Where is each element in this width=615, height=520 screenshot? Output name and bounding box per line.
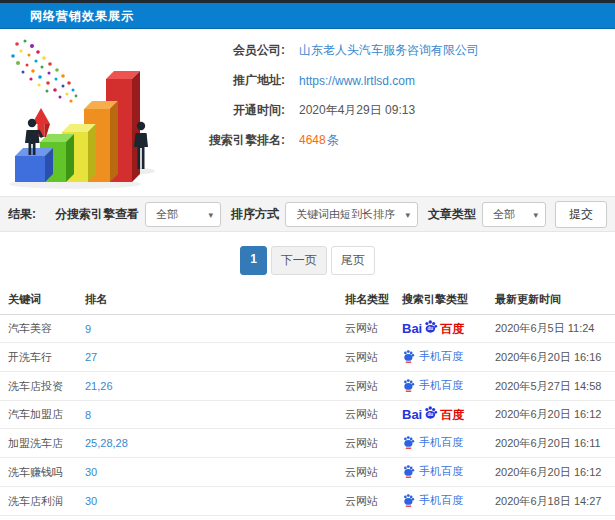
info-row-opened: 开通时间: 2020年4月29日 09:13 xyxy=(185,102,479,119)
cell-rank-type: 云网站 xyxy=(345,401,402,429)
baidu-pc-logo: Bai du 百度 xyxy=(402,407,464,422)
header-updated: 最新更新时间 xyxy=(495,285,615,315)
table-row: 洗车赚钱吗 30 云网站 手机百度 2020年6月20日 16:12 xyxy=(0,458,615,487)
cell-keyword: 汽车加盟店 xyxy=(0,401,85,429)
mobile-baidu-paw-icon xyxy=(402,349,415,363)
info-row-rank: 搜索引擎排名: 4648条 xyxy=(185,132,479,149)
cell-rank[interactable]: 27 xyxy=(85,343,345,372)
cell-engine-type: 手机百度 xyxy=(402,429,495,458)
baidu-paw-icon: du xyxy=(423,319,438,334)
cell-engine-type: Bai du 百度 xyxy=(402,315,495,343)
mobile-baidu-paw-icon xyxy=(402,435,415,449)
promo-url-link[interactable]: https://www.lrtlsd.com xyxy=(299,74,415,88)
mobile-baidu-paw-icon xyxy=(402,464,415,478)
rank-unit: 条 xyxy=(327,133,339,147)
cell-rank[interactable]: 30 xyxy=(85,487,345,516)
table-row: 汽车美容 9 云网站 Bai du 百度 2020年6月5日 11:24 xyxy=(0,315,615,343)
cell-engine-type: 手机百度 xyxy=(402,343,495,372)
article-type-select[interactable]: 全部 ▾ xyxy=(482,202,546,227)
baidu-mobile-logo: 手机百度 xyxy=(402,435,463,449)
open-time-value: 2020年4月29日 09:13 xyxy=(299,102,415,119)
cell-keyword: 加盟洗车店 xyxy=(0,429,85,458)
pagination: 1 下一页 尾页 xyxy=(0,232,615,285)
cell-rank[interactable]: 8 xyxy=(85,401,345,429)
cell-keyword: 汽车美容 xyxy=(0,315,85,343)
article-type-value: 全部 xyxy=(493,207,515,222)
cell-updated: 2020年6月20日 16:12 xyxy=(495,458,615,487)
cell-updated: 2020年6月20日 16:16 xyxy=(495,343,615,372)
info-section: 会员公司: 山东老人头汽车服务咨询有限公司 推广地址: https://www.… xyxy=(0,29,615,196)
cell-updated: 2020年6月18日 14:27 xyxy=(495,487,615,516)
table-row: 洗车店利润 30 云网站 手机百度 2020年6月18日 14:27 xyxy=(0,487,615,516)
cell-updated: 2020年6月20日 16:12 xyxy=(495,401,615,429)
header-engine-type: 搜索引擎类型 xyxy=(402,285,495,315)
engine-rank-label: 搜索引擎排名: xyxy=(185,132,285,149)
mobile-baidu-label: 手机百度 xyxy=(419,495,463,506)
engine-filter-select[interactable]: 全部 ▾ xyxy=(145,202,221,227)
filter-bar: 结果: 分搜索引擎查看 全部 ▾ 排序方式 关键词由短到长排序 ▾ 文章类型 全… xyxy=(0,196,615,232)
baidu-mobile-logo: 手机百度 xyxy=(402,349,463,363)
engine-filter-label: 分搜索引擎查看 xyxy=(55,206,139,223)
baidu-bai-text: Bai xyxy=(402,408,422,421)
last-page-button[interactable]: 尾页 xyxy=(331,246,375,275)
cell-rank[interactable]: 30 xyxy=(85,458,345,487)
sort-filter-select[interactable]: 关键词由短到长排序 ▾ xyxy=(285,202,418,227)
member-info-panel: 会员公司: 山东老人头汽车服务咨询有限公司 推广地址: https://www.… xyxy=(185,34,479,196)
company-name-link[interactable]: 山东老人头汽车服务咨询有限公司 xyxy=(299,42,479,59)
cell-rank[interactable]: 21,26 xyxy=(85,372,345,401)
table-header-row: 关键词 排名 排名类型 搜索引擎类型 最新更新时间 xyxy=(0,285,615,315)
table-row: 洗车店投资 21,26 云网站 手机百度 2020年5月27日 14:58 xyxy=(0,372,615,401)
cell-rank[interactable]: 25,28,28 xyxy=(85,429,345,458)
cell-rank-type: 云网站 xyxy=(345,315,402,343)
company-label: 会员公司: xyxy=(185,42,285,59)
promo-url-label: 推广地址: xyxy=(185,72,285,89)
cell-rank[interactable]: 9 xyxy=(85,315,345,343)
page-title: 网络营销效果展示 xyxy=(30,8,134,25)
cell-keyword: 洗车赚钱吗 xyxy=(0,458,85,487)
header-bar: 网络营销效果展示 xyxy=(0,0,615,29)
info-row-url: 推广地址: https://www.lrtlsd.com xyxy=(185,72,479,89)
cell-rank-type: 云网站 xyxy=(345,372,402,401)
chevron-down-icon: ▾ xyxy=(208,210,213,220)
sort-filter-value: 关键词由短到长排序 xyxy=(296,207,395,222)
table-body: 汽车美容 9 云网站 Bai du 百度 2020年6月5日 11:24 开洗车… xyxy=(0,315,615,520)
cell-keyword: 开洗车行 xyxy=(0,343,85,372)
cell-rank[interactable]: 3 xyxy=(85,516,345,520)
open-time-label: 开通时间: xyxy=(185,102,285,119)
info-row-company: 会员公司: 山东老人头汽车服务咨询有限公司 xyxy=(185,42,479,59)
baidu-mobile-logo: 手机百度 xyxy=(402,464,463,478)
cell-engine-type: 手机百度 xyxy=(402,487,495,516)
baidu-pc-logo: Bai du 百度 xyxy=(402,321,464,336)
page-1-button[interactable]: 1 xyxy=(240,246,267,275)
cell-engine-type: Bai du 百度 xyxy=(402,401,495,429)
cell-updated: 2020年6月18日 14:30 xyxy=(495,516,615,520)
cell-rank-type: 云网站 xyxy=(345,487,402,516)
baidu-paw-icon: du xyxy=(423,405,438,420)
cell-rank-type: 云网站 xyxy=(345,516,402,520)
cell-keyword: 洗车店利润 xyxy=(0,487,85,516)
growth-bar-chart-illustration xyxy=(5,34,181,192)
chevron-down-icon: ▾ xyxy=(533,210,538,220)
chevron-down-icon: ▾ xyxy=(405,210,410,220)
page: 网络营销效果展示 xyxy=(0,0,615,520)
cell-rank-type: 云网站 xyxy=(345,343,402,372)
rank-count: 4648 xyxy=(299,133,326,147)
mobile-baidu-label: 手机百度 xyxy=(419,466,463,477)
header-rank: 排名 xyxy=(85,285,345,315)
table-row: 汽车加盟店 8 云网站 Bai du 百度 2020年6月20日 16:12 xyxy=(0,401,615,429)
cell-engine-type: 手机百度 xyxy=(402,372,495,401)
cell-updated: 2020年6月5日 11:24 xyxy=(495,315,615,343)
submit-button[interactable]: 提交 xyxy=(555,201,607,228)
engine-rank-value: 4648条 xyxy=(299,132,339,149)
svg-text:du: du xyxy=(428,326,434,331)
next-page-button[interactable]: 下一页 xyxy=(271,246,327,275)
baidu-cn-text: 百度 xyxy=(440,409,464,421)
table-row: 加盟洗车店 25,28,28 云网站 手机百度 2020年6月20日 16:11 xyxy=(0,429,615,458)
header-rank-type: 排名类型 xyxy=(345,285,402,315)
cell-engine-type: 手机百度 xyxy=(402,458,495,487)
baidu-mobile-logo: 手机百度 xyxy=(402,378,463,392)
results-table: 关键词 排名 排名类型 搜索引擎类型 最新更新时间 汽车美容 9 云网站 Bai… xyxy=(0,285,615,520)
confetti-dots xyxy=(11,40,77,103)
cell-rank-type: 云网站 xyxy=(345,458,402,487)
cell-engine-type: Bai du 百度 xyxy=(402,516,495,520)
